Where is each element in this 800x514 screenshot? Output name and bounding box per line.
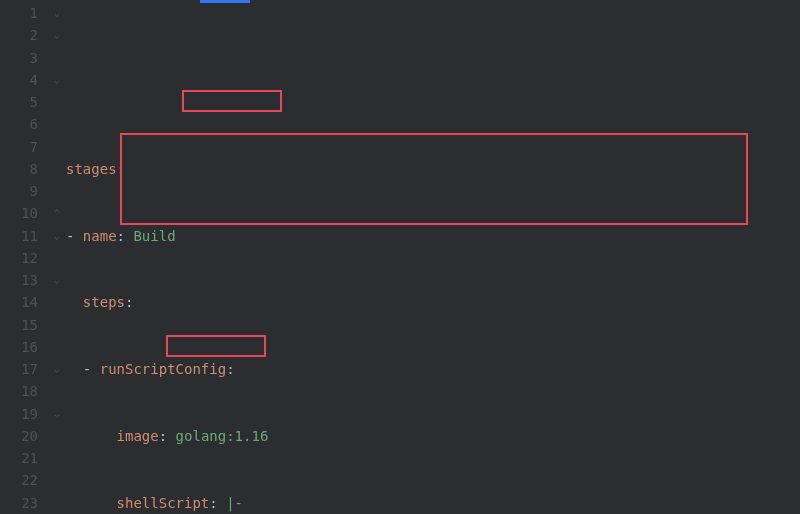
yaml-key: stages <box>66 161 117 177</box>
line-number: 17 <box>0 358 38 380</box>
fold-icon <box>48 91 66 113</box>
line-number: 5 <box>0 91 38 113</box>
fold-icon <box>48 136 66 158</box>
fold-icon <box>48 380 66 402</box>
line-number: 12 <box>0 247 38 269</box>
line-number: 21 <box>0 447 38 469</box>
line-number: 9 <box>0 180 38 202</box>
line-number: 20 <box>0 425 38 447</box>
line-number: 7 <box>0 136 38 158</box>
code-line[interactable]: image: golang:1.16 <box>66 425 800 447</box>
yaml-value: Build <box>133 228 175 244</box>
fold-icon[interactable]: ⌄ <box>48 69 66 91</box>
line-number: 18 <box>0 380 38 402</box>
line-number: 15 <box>0 314 38 336</box>
fold-icon[interactable]: ⌄ <box>48 225 66 247</box>
fold-gutter: ⌄ ⌄ ⌄ ⌃ ⌄ ⌄ ⌄ ⌄ <box>48 0 66 514</box>
highlight-box-tag <box>166 335 266 357</box>
code-area[interactable]: stages: - name: Build steps: - runScript… <box>66 0 800 514</box>
yaml-key: shellScript <box>117 495 210 511</box>
yaml-block-indicator: |- <box>226 495 243 511</box>
fold-icon <box>48 336 66 358</box>
fold-icon <box>48 113 66 135</box>
line-number: 22 <box>0 469 38 491</box>
line-number-gutter: 1 2 3 4 5 6 7 8 9 10 11 12 13 14 15 16 1… <box>0 0 48 514</box>
line-number: 6 <box>0 113 38 135</box>
line-number: 11 <box>0 225 38 247</box>
fold-icon <box>48 447 66 469</box>
fold-icon <box>48 492 66 514</box>
line-number: 16 <box>0 336 38 358</box>
code-line[interactable]: stages: <box>66 158 800 180</box>
code-line[interactable]: - name: Build <box>66 225 800 247</box>
fold-icon <box>48 469 66 491</box>
line-number: 2 <box>0 24 38 46</box>
yaml-key: steps <box>83 294 125 310</box>
code-line[interactable]: shellScript: |- <box>66 492 800 514</box>
line-number: 8 <box>0 158 38 180</box>
line-number: 10 <box>0 202 38 224</box>
fold-icon[interactable]: ⌄ <box>48 403 66 425</box>
line-number: 23 <box>0 492 38 514</box>
line-number: 4 <box>0 69 38 91</box>
code-line[interactable]: - runScriptConfig: <box>66 358 800 380</box>
fold-icon[interactable]: ⌄ <box>48 269 66 291</box>
fold-icon <box>48 247 66 269</box>
highlight-box-image <box>182 90 282 112</box>
yaml-key: image <box>117 428 159 444</box>
yaml-key: runScriptConfig <box>100 361 226 377</box>
yaml-value: golang:1.16 <box>176 428 269 444</box>
fold-icon <box>48 314 66 336</box>
fold-icon <box>48 158 66 180</box>
fold-icon[interactable]: ⌄ <box>48 24 66 46</box>
fold-icon <box>48 425 66 447</box>
fold-icon <box>48 180 66 202</box>
line-number: 3 <box>0 47 38 69</box>
fold-icon <box>48 47 66 69</box>
code-line[interactable]: steps: <box>66 291 800 313</box>
fold-icon[interactable]: ⌄ <box>48 2 66 24</box>
fold-icon[interactable]: ⌃ <box>48 202 66 224</box>
line-number: 1 <box>0 2 38 24</box>
line-number: 13 <box>0 269 38 291</box>
line-number: 14 <box>0 291 38 313</box>
fold-icon[interactable]: ⌄ <box>48 358 66 380</box>
yaml-key: name <box>83 228 117 244</box>
fold-icon <box>48 291 66 313</box>
line-number: 19 <box>0 403 38 425</box>
code-editor[interactable]: 1 2 3 4 5 6 7 8 9 10 11 12 13 14 15 16 1… <box>0 0 800 514</box>
